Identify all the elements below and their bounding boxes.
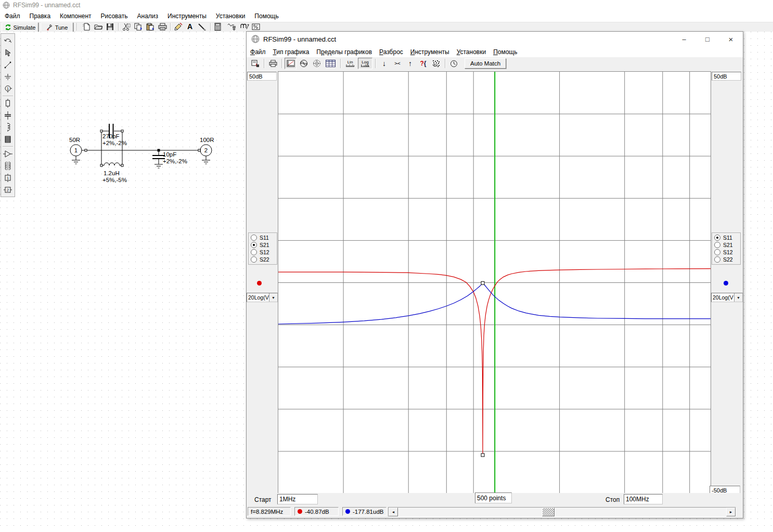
s11-marker[interactable] <box>481 281 484 284</box>
print-button[interactable] <box>158 23 167 31</box>
shift-down-button[interactable]: ↓ <box>378 58 390 69</box>
start-freq-input[interactable] <box>277 494 318 504</box>
rotate-icon <box>4 37 12 45</box>
toolbar-separator <box>118 23 119 31</box>
scroll-left-button[interactable]: ◄ <box>389 508 398 516</box>
down-arrow-icon: ↓ <box>382 59 386 68</box>
transformer-tool-button[interactable] <box>2 160 14 172</box>
export-graph-button[interactable] <box>249 58 261 69</box>
calculator-button[interactable] <box>214 23 221 31</box>
crystal-tool-button[interactable] <box>2 133 14 145</box>
left-radio-s11[interactable]: S11 <box>251 235 275 241</box>
scrollbar-thumb[interactable] <box>542 508 555 516</box>
gmenu-spread[interactable]: Разброс <box>376 48 407 56</box>
filter-design-button[interactable] <box>227 23 236 31</box>
menu-help[interactable]: Помощь <box>250 12 283 20</box>
shift-up-button[interactable]: ↑ <box>404 58 416 69</box>
open-file-button[interactable] <box>94 23 103 31</box>
select-tool-button[interactable] <box>2 47 14 59</box>
red-trace-readout: -40.87dB <box>294 507 339 516</box>
gmenu-graph-type[interactable]: Тип графика <box>269 48 313 56</box>
right-radio-s11[interactable]: S11 <box>714 235 738 241</box>
menu-component[interactable]: Компонент <box>55 12 96 20</box>
svg-text:2: 2 <box>7 188 9 192</box>
combo-arrow-icon[interactable]: ▼ <box>269 293 277 302</box>
cursor-scrollbar[interactable]: ◄ ► <box>388 507 736 517</box>
copy-button[interactable] <box>134 23 143 31</box>
inductor-tool-button[interactable] <box>2 121 14 133</box>
line-tool-button[interactable] <box>198 23 206 31</box>
graph-toolbar: Lin Log ↓ >-< <box>247 57 743 70</box>
scroll-right-button[interactable]: ► <box>726 508 736 516</box>
menu-edit[interactable]: Правка <box>25 12 56 20</box>
left-radio-s21[interactable]: S21 <box>251 242 275 248</box>
gmenu-file[interactable]: Файл <box>247 48 269 56</box>
combo-arrow-icon[interactable]: ▼ <box>734 293 742 302</box>
graph-title-bar[interactable]: RFSim99 - unnamed.cct – □ × <box>247 32 743 46</box>
menu-analysis[interactable]: Анализ <box>133 12 163 20</box>
stop-freq-input[interactable] <box>624 494 663 504</box>
gmenu-graph-limits[interactable]: Пределы графиков <box>313 48 376 56</box>
one-port-tool-button[interactable]: 1 <box>2 172 14 184</box>
points-input[interactable] <box>475 492 512 503</box>
right-scale-top-input[interactable] <box>712 72 741 81</box>
right-radio-s22[interactable]: S22 <box>714 256 738 263</box>
table-view-button[interactable] <box>324 58 338 69</box>
left-scale-top-input[interactable] <box>247 72 277 81</box>
amplifier-tool-button[interactable] <box>2 148 14 160</box>
series-cap-value: 270pF <box>102 133 120 139</box>
simulate-button[interactable]: Simulate <box>2 22 38 32</box>
right-radio-s12[interactable]: S12 <box>714 249 738 255</box>
tune-button[interactable]: Tune <box>41 22 73 32</box>
radio-dot <box>251 256 257 263</box>
erase-button[interactable] <box>174 23 183 31</box>
left-radio-s22[interactable]: S22 <box>251 256 275 263</box>
inductor-calc-button[interactable] <box>240 23 249 31</box>
radio-label: S22 <box>260 256 269 263</box>
menu-draw[interactable]: Рисовать <box>96 12 133 20</box>
percent-tolerance-button[interactable] <box>252 23 260 31</box>
menu-tools[interactable]: Инструменты <box>163 12 211 20</box>
text-tool-button[interactable]: A <box>186 22 194 31</box>
print-graph-button[interactable] <box>267 58 279 69</box>
ground-tool-button[interactable] <box>2 71 14 83</box>
clock-button[interactable] <box>448 58 460 69</box>
fit-span-button[interactable]: >-< <box>391 58 403 69</box>
maximize-button[interactable]: □ <box>702 34 713 44</box>
rect-graph-button[interactable] <box>285 58 297 69</box>
palette-separator <box>3 96 13 96</box>
plot-area[interactable] <box>278 71 711 494</box>
capacitor-tool-button[interactable] <box>2 109 14 121</box>
gmenu-options[interactable]: Установки <box>453 48 490 56</box>
menu-options[interactable]: Установки <box>211 12 250 20</box>
s21-marker[interactable] <box>481 453 484 457</box>
minimize-button[interactable]: – <box>678 34 690 44</box>
lin-scale-button[interactable]: Lin <box>343 58 357 69</box>
polar-chart-button[interactable] <box>311 58 323 69</box>
right-radio-s21[interactable]: S21 <box>714 242 738 248</box>
rect-graph-icon <box>287 60 295 67</box>
query-marker-button[interactable]: ?{ <box>417 58 429 69</box>
right-format-combo[interactable]: 20Log(V ▼ <box>711 293 743 302</box>
gmenu-tools[interactable]: Инструменты <box>407 48 453 56</box>
log-scale-button[interactable]: Log <box>358 58 372 69</box>
port-tool-button[interactable]: 1 <box>2 83 14 95</box>
scatter-analysis-button[interactable] <box>430 58 442 69</box>
two-port-tool-button[interactable]: 2 <box>2 184 14 196</box>
resistor-tool-button[interactable] <box>2 97 14 109</box>
left-radio-s12[interactable]: S12 <box>251 249 275 255</box>
circuit-schematic[interactable]: 50R 1 100R 2 270pF +2%,-2% 1.2uH +5%,-5%… <box>52 120 224 190</box>
cut-button[interactable] <box>122 23 131 31</box>
left-format-combo[interactable]: 20Log(V ▼ <box>247 293 278 302</box>
paste-button[interactable] <box>146 23 154 31</box>
print-graph-icon <box>269 60 277 67</box>
gmenu-help[interactable]: Помощь <box>489 48 521 56</box>
close-button[interactable]: × <box>725 34 737 44</box>
new-file-button[interactable] <box>82 23 91 31</box>
smith-chart-button[interactable] <box>298 58 310 69</box>
menu-file[interactable]: Файл <box>0 12 25 20</box>
save-file-button[interactable] <box>106 23 114 31</box>
rotate-tool-button[interactable] <box>2 35 14 47</box>
auto-match-button[interactable]: Auto Match <box>465 58 506 69</box>
wire-tool-button[interactable] <box>2 59 14 71</box>
